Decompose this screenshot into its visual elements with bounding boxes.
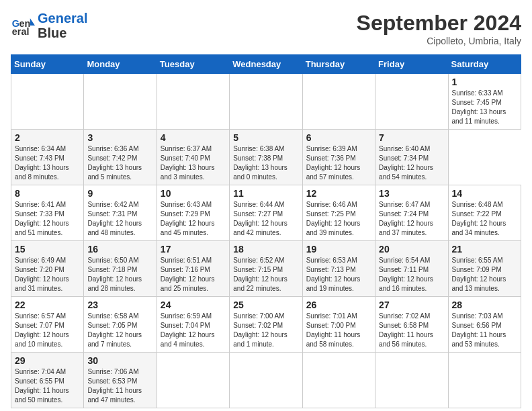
calendar-cell (302, 74, 375, 130)
page-header: G en eral General Blue September 2024 Ci… (11, 11, 521, 46)
calendar-cell: 24Sunrise: 6:59 AMSunset: 7:04 PMDayligh… (157, 297, 229, 353)
svg-text:eral: eral (12, 26, 30, 37)
day-number: 16 (87, 244, 152, 255)
calendar-cell: 8Sunrise: 6:41 AMSunset: 7:33 PMDaylight… (11, 185, 84, 241)
day-info: Sunrise: 6:53 AMSunset: 7:13 PMDaylight:… (306, 256, 371, 293)
day-number: 3 (87, 132, 152, 143)
day-info: Sunrise: 6:40 AMSunset: 7:34 PMDaylight:… (379, 144, 444, 182)
weekday-header-sunday: Sunday (11, 55, 84, 74)
calendar-cell: 21Sunrise: 6:55 AMSunset: 7:09 PMDayligh… (448, 241, 521, 297)
calendar-cell (230, 74, 302, 130)
calendar-cell (375, 353, 448, 408)
calendar-cell: 18Sunrise: 6:52 AMSunset: 7:15 PMDayligh… (230, 241, 302, 297)
day-number: 12 (306, 188, 371, 199)
day-number: 4 (161, 132, 226, 143)
calendar-cell (157, 353, 229, 408)
logo-text: General Blue (38, 11, 87, 40)
day-number: 24 (161, 300, 226, 310)
weekday-header-tuesday: Tuesday (157, 55, 229, 74)
logo: G en eral General Blue (11, 11, 87, 40)
calendar-cell: 10Sunrise: 6:43 AMSunset: 7:29 PMDayligh… (157, 185, 229, 241)
calendar-cell: 22Sunrise: 6:57 AMSunset: 7:07 PMDayligh… (11, 297, 84, 353)
calendar-cell: 12Sunrise: 6:46 AMSunset: 7:25 PMDayligh… (302, 185, 375, 241)
calendar-cell (230, 353, 302, 408)
day-number: 7 (379, 132, 444, 143)
day-info: Sunrise: 6:36 AMSunset: 7:42 PMDaylight:… (87, 144, 152, 182)
calendar-cell: 9Sunrise: 6:42 AMSunset: 7:31 PMDaylight… (84, 185, 157, 241)
calendar-week-row: 1Sunrise: 6:33 AMSunset: 7:45 PMDaylight… (11, 74, 521, 130)
calendar-cell: 14Sunrise: 6:48 AMSunset: 7:22 PMDayligh… (448, 185, 521, 241)
calendar-week-row: 8Sunrise: 6:41 AMSunset: 7:33 PMDaylight… (11, 185, 521, 241)
calendar-cell: 30Sunrise: 7:06 AMSunset: 6:53 PMDayligh… (84, 353, 157, 408)
calendar-cell (302, 353, 375, 408)
calendar-cell: 25Sunrise: 7:00 AMSunset: 7:02 PMDayligh… (230, 297, 302, 353)
day-info: Sunrise: 6:55 AMSunset: 7:09 PMDaylight:… (452, 256, 517, 293)
day-info: Sunrise: 6:50 AMSunset: 7:18 PMDaylight:… (87, 256, 152, 293)
day-info: Sunrise: 6:59 AMSunset: 7:04 PMDaylight:… (161, 312, 226, 349)
day-number: 11 (233, 188, 298, 199)
day-number: 1 (452, 77, 517, 87)
day-number: 6 (306, 132, 371, 143)
day-info: Sunrise: 6:58 AMSunset: 7:05 PMDaylight:… (87, 312, 152, 349)
calendar-cell: 3Sunrise: 6:36 AMSunset: 7:42 PMDaylight… (84, 130, 157, 185)
day-info: Sunrise: 7:04 AMSunset: 6:55 PMDaylight:… (15, 367, 80, 405)
day-number: 2 (15, 132, 80, 143)
calendar-week-row: 22Sunrise: 6:57 AMSunset: 7:07 PMDayligh… (11, 297, 521, 353)
calendar-cell: 27Sunrise: 7:02 AMSunset: 6:58 PMDayligh… (375, 297, 448, 353)
calendar-cell: 16Sunrise: 6:50 AMSunset: 7:18 PMDayligh… (84, 241, 157, 297)
month-title: September 2024 (357, 11, 521, 36)
calendar-cell: 17Sunrise: 6:51 AMSunset: 7:16 PMDayligh… (157, 241, 229, 297)
calendar-cell: 1Sunrise: 6:33 AMSunset: 7:45 PMDaylight… (448, 74, 521, 130)
calendar-cell: 6Sunrise: 6:39 AMSunset: 7:36 PMDaylight… (302, 130, 375, 185)
day-info: Sunrise: 6:43 AMSunset: 7:29 PMDaylight:… (161, 200, 226, 238)
location: Cipolleto, Umbria, Italy (357, 36, 521, 46)
weekday-header-wednesday: Wednesday (230, 55, 302, 74)
day-number: 23 (87, 300, 152, 310)
day-number: 13 (379, 188, 444, 199)
day-info: Sunrise: 6:34 AMSunset: 7:43 PMDaylight:… (15, 144, 80, 182)
weekday-header-friday: Friday (375, 55, 448, 74)
day-info: Sunrise: 6:42 AMSunset: 7:31 PMDaylight:… (87, 200, 152, 238)
day-number: 8 (15, 188, 80, 199)
day-number: 15 (15, 244, 80, 255)
calendar-cell: 20Sunrise: 6:54 AMSunset: 7:11 PMDayligh… (375, 241, 448, 297)
day-number: 9 (87, 188, 152, 199)
calendar-cell: 19Sunrise: 6:53 AMSunset: 7:13 PMDayligh… (302, 241, 375, 297)
calendar-cell: 5Sunrise: 6:38 AMSunset: 7:38 PMDaylight… (230, 130, 302, 185)
day-number: 17 (161, 244, 226, 255)
day-info: Sunrise: 6:39 AMSunset: 7:36 PMDaylight:… (306, 144, 371, 182)
calendar-cell (375, 74, 448, 130)
svg-marker-3 (30, 18, 35, 26)
calendar-cell (157, 74, 229, 130)
day-info: Sunrise: 6:48 AMSunset: 7:22 PMDaylight:… (452, 200, 517, 238)
weekday-header-saturday: Saturday (448, 55, 521, 74)
day-info: Sunrise: 6:57 AMSunset: 7:07 PMDaylight:… (15, 312, 80, 349)
day-info: Sunrise: 7:06 AMSunset: 6:53 PMDaylight:… (87, 367, 152, 405)
day-info: Sunrise: 6:37 AMSunset: 7:40 PMDaylight:… (161, 144, 226, 182)
calendar-week-row: 15Sunrise: 6:49 AMSunset: 7:20 PMDayligh… (11, 241, 521, 297)
day-number: 27 (379, 300, 444, 310)
calendar-cell: 7Sunrise: 6:40 AMSunset: 7:34 PMDaylight… (375, 130, 448, 185)
day-number: 14 (452, 188, 517, 199)
day-number: 18 (233, 244, 298, 255)
day-info: Sunrise: 6:38 AMSunset: 7:38 PMDaylight:… (233, 144, 298, 182)
calendar-cell: 15Sunrise: 6:49 AMSunset: 7:20 PMDayligh… (11, 241, 84, 297)
weekday-header-monday: Monday (84, 55, 157, 74)
day-info: Sunrise: 6:49 AMSunset: 7:20 PMDaylight:… (15, 256, 80, 293)
day-info: Sunrise: 6:46 AMSunset: 7:25 PMDaylight:… (306, 200, 371, 238)
calendar-cell (11, 74, 84, 130)
calendar-cell (84, 74, 157, 130)
day-info: Sunrise: 6:52 AMSunset: 7:15 PMDaylight:… (233, 256, 298, 293)
day-number: 29 (15, 355, 80, 366)
day-info: Sunrise: 7:02 AMSunset: 6:58 PMDaylight:… (379, 312, 444, 349)
day-number: 10 (161, 188, 226, 199)
calendar-cell: 4Sunrise: 6:37 AMSunset: 7:40 PMDaylight… (157, 130, 229, 185)
day-info: Sunrise: 7:03 AMSunset: 6:56 PMDaylight:… (452, 312, 517, 349)
calendar-cell: 13Sunrise: 6:47 AMSunset: 7:24 PMDayligh… (375, 185, 448, 241)
day-info: Sunrise: 7:00 AMSunset: 7:02 PMDaylight:… (233, 312, 298, 349)
day-number: 22 (15, 300, 80, 310)
day-number: 20 (379, 244, 444, 255)
day-number: 25 (233, 300, 298, 310)
day-info: Sunrise: 7:01 AMSunset: 7:00 PMDaylight:… (306, 312, 371, 349)
logo-icon: G en eral (11, 13, 35, 38)
